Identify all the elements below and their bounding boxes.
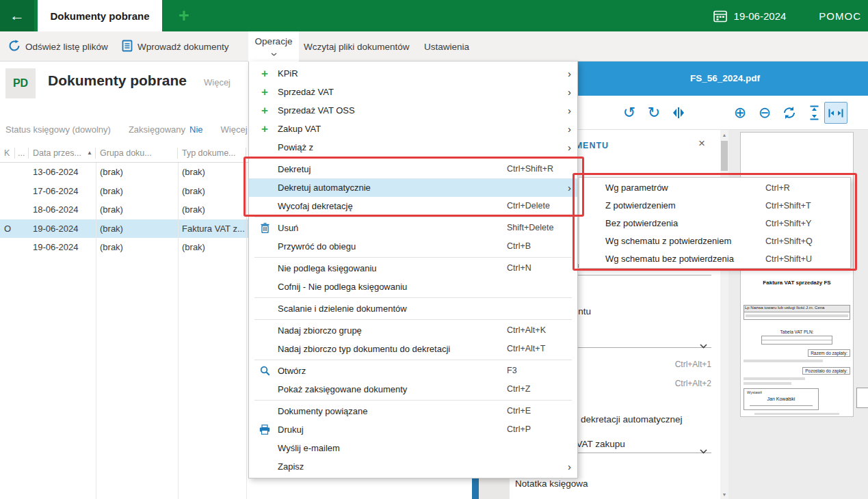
menu-item-wyslij-emailem[interactable]: Wyślij e-mailem bbox=[249, 439, 577, 457]
menu-item-nie-podlega-ksiegowaniu[interactable]: Nie podlega księgowaniu Ctrl+N bbox=[249, 259, 577, 278]
submenu-item-bez-potwierdzenia[interactable]: Bez potwierdzenia Ctrl+Shift+Y bbox=[579, 215, 850, 232]
app-window: ← Dokumenty pobrane + 19-06-2024 POMOC bbox=[0, 0, 868, 499]
settings-button[interactable]: Ustawienia bbox=[424, 31, 469, 62]
column-header-type[interactable]: Typ dokume... bbox=[178, 148, 246, 159]
close-icon[interactable]: × bbox=[698, 137, 705, 149]
help-link[interactable]: POMOC bbox=[819, 10, 861, 22]
load-document-files-button[interactable]: Wczytaj pliki dokumentów bbox=[304, 31, 410, 62]
menu-item-scalanie-i-dzielenie[interactable]: Scalanie i dzielenie dokumentów bbox=[249, 299, 577, 318]
fit-height-icon[interactable] bbox=[804, 103, 824, 122]
invoice-text-line bbox=[744, 377, 805, 380]
note-label: Notatka księgowa bbox=[515, 478, 588, 489]
submenu-item-wg-schematu-z-potwierdzeniem[interactable]: Wg schematu z potwierdzeniem Ctrl+Shift+… bbox=[579, 232, 850, 250]
column-divider bbox=[178, 163, 179, 499]
shortcut-hint-2: Ctrl+Alt+2 bbox=[675, 379, 711, 388]
filter-posted-value[interactable]: Nie bbox=[189, 124, 203, 135]
fit-width-icon[interactable] bbox=[824, 102, 847, 124]
column-header-dots[interactable]: ... bbox=[15, 148, 29, 159]
submenu-item-wg-parametrow[interactable]: Wg parametrów Ctrl+R bbox=[579, 179, 850, 197]
submenu-arrow-icon: › bbox=[568, 101, 571, 120]
menu-item-dokumenty-powiazane[interactable]: Dokumenty powiązane Ctrl+E bbox=[249, 402, 577, 420]
column-divider bbox=[96, 163, 96, 499]
title-more-link[interactable]: Więcej bbox=[204, 77, 231, 87]
cell-group: (brak) bbox=[96, 242, 178, 252]
zoom-out-icon[interactable]: ⊖ bbox=[754, 103, 775, 122]
invoice-title: Faktura VAT sprzedaży FS bbox=[741, 280, 853, 286]
submenu-item-wg-schematu-bez-potwierdzenia[interactable]: Wg schematu bez potwierdzenia Ctrl+Shift… bbox=[579, 250, 850, 268]
calendar-icon[interactable] bbox=[713, 10, 727, 23]
menu-item-pokaz-zaksiegowane[interactable]: Pokaż zaksięgowane dokumenty Ctrl+Z bbox=[249, 380, 577, 399]
operations-label: Operacje bbox=[255, 36, 293, 46]
back-button[interactable]: ← bbox=[0, 0, 34, 31]
zoom-in-icon[interactable]: ⊕ bbox=[730, 103, 750, 122]
scroll-down-icon[interactable]: ▼ bbox=[720, 489, 728, 499]
column-header-group[interactable]: Grupa doku... bbox=[96, 148, 178, 159]
menu-item-zakup-vat[interactable]: + Zakup VAT › bbox=[249, 120, 577, 138]
pdf-page-thumbnail[interactable]: Rachunek bieżący Numer rachunku: Faktura… bbox=[740, 132, 854, 417]
menu-separator bbox=[254, 217, 572, 217]
rotate-right-icon[interactable]: ↻ bbox=[644, 103, 664, 122]
operations-menu-button[interactable]: Operacje bbox=[248, 31, 299, 62]
rotate-left-icon[interactable]: ↺ bbox=[619, 103, 640, 122]
invoice-vat-table-label: Tabela VAT PLN: bbox=[741, 329, 853, 334]
refresh-icon bbox=[8, 40, 21, 54]
import-documents-button[interactable]: Wprowadź dokumenty bbox=[122, 31, 229, 62]
invoice-items-table: Lp Nazwa towaru lub usługi Ilość J.m. Ce… bbox=[744, 305, 850, 320]
menu-item-sprzedaz-vat-oss[interactable]: + Sprzedaż VAT OSS › bbox=[249, 101, 577, 120]
column-header-k[interactable]: K bbox=[0, 148, 15, 159]
split-view-icon[interactable] bbox=[668, 103, 689, 122]
shortcut-hint-1: Ctrl+Alt+1 bbox=[675, 360, 711, 369]
submenu-arrow-icon: › bbox=[568, 120, 571, 138]
menu-item-przywroc-do-obiegu[interactable]: Przywróć do obiegu Ctrl+B bbox=[249, 237, 577, 256]
load-files-label: Wczytaj pliki dokumentów bbox=[304, 42, 410, 52]
column-header-date-label: Data przes... bbox=[33, 148, 81, 158]
dekretuj-automatycznie-submenu: Wg parametrów Ctrl+R Z potwierdzeniem Ct… bbox=[579, 177, 851, 269]
menu-item-powiaz-z[interactable]: Powiąż z › bbox=[249, 138, 577, 157]
printer-icon bbox=[257, 420, 272, 439]
back-icon: ← bbox=[10, 7, 25, 25]
topbar-right: 19-06-2024 POMOC bbox=[713, 0, 861, 31]
menu-item-cofnij-nie-podlega[interactable]: Cofnij - Nie podlega księgowaniu bbox=[249, 278, 577, 296]
menu-item-nadaj-zbiorczo-grupe[interactable]: Nadaj zbiorczo grupę Ctrl+Alt+K bbox=[249, 321, 577, 340]
tab-dokumenty-pobrane[interactable]: Dokumenty pobrane bbox=[38, 0, 162, 31]
add-icon: + bbox=[257, 101, 272, 120]
cell-group: (brak) bbox=[96, 204, 178, 215]
filter-more-link[interactable]: Więcej bbox=[221, 124, 248, 135]
settings-label: Ustawienia bbox=[424, 42, 469, 52]
cell-date: 19-06-2024 bbox=[29, 224, 96, 234]
menu-item-dekretuj[interactable]: Dekretuj Ctrl+Shift+R bbox=[249, 160, 577, 178]
invoice-remaining-label: Pozostało do zapłaty: bbox=[802, 367, 850, 375]
refresh-label: Odśwież listę plików bbox=[25, 42, 108, 52]
menu-item-otworz[interactable]: Otwórz F3 bbox=[249, 362, 577, 380]
submenu-arrow-icon: › bbox=[568, 178, 571, 197]
menu-item-usun[interactable]: Usuń Shift+Delete bbox=[249, 219, 577, 237]
refresh-view-icon[interactable] bbox=[779, 103, 800, 122]
import-label: Wprowadź dokumenty bbox=[137, 42, 229, 52]
new-tab-button[interactable]: + bbox=[173, 0, 195, 31]
submenu-item-z-potwierdzeniem[interactable]: Z potwierdzeniem Ctrl+Shift+T bbox=[579, 197, 850, 215]
module-badge-text: PD bbox=[13, 77, 28, 90]
menu-item-zapisz[interactable]: Zapisz › bbox=[249, 457, 577, 476]
sort-asc-icon: ▲ bbox=[87, 150, 92, 156]
menu-item-drukuj[interactable]: Drukuj Ctrl+P bbox=[249, 420, 577, 439]
module-badge: PD bbox=[5, 68, 36, 98]
menu-separator bbox=[254, 319, 572, 320]
menu-item-sprzedaz-vat[interactable]: + Sprzedaż VAT › bbox=[249, 83, 577, 101]
submenu-arrow-icon: › bbox=[568, 457, 571, 476]
document-icon bbox=[122, 40, 133, 54]
menu-item-dekretuj-automatycznie[interactable]: Dekretuj automatycznie › bbox=[249, 178, 577, 197]
menu-item-kpir[interactable]: + KPiR › bbox=[249, 64, 577, 83]
menu-separator bbox=[254, 158, 572, 159]
scroll-up-icon[interactable]: ▲ bbox=[720, 130, 728, 139]
menu-item-nadaj-zbiorczo-typ[interactable]: Nadaj zbiorczo typ dokumentu do dekretac… bbox=[249, 340, 577, 358]
refresh-file-list-button[interactable]: Odśwież listę plików bbox=[8, 31, 108, 62]
menu-item-wycofaj-dekretacje[interactable]: Wycofaj dekretację Ctrl+Delete bbox=[249, 197, 577, 215]
current-date[interactable]: 19-06-2024 bbox=[734, 10, 787, 22]
filter-status[interactable]: Status księgowy (dowolny) bbox=[5, 124, 111, 135]
chevron-down-icon bbox=[271, 48, 277, 58]
cell-group: (brak) bbox=[96, 167, 178, 177]
scrollbar-thumb[interactable] bbox=[721, 141, 728, 171]
menu-separator bbox=[254, 297, 572, 298]
page-title: Dokumenty pobrane bbox=[48, 72, 187, 89]
column-header-date[interactable]: Data przes... ▲ bbox=[29, 148, 96, 159]
